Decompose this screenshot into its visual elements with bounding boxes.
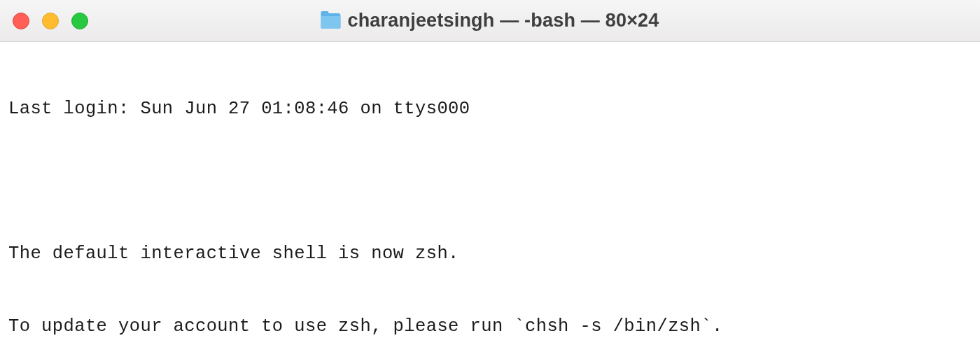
blank-line	[8, 170, 972, 195]
window-title: charanjeetsingh — -bash — 80×24	[347, 10, 659, 31]
minimize-button[interactable]	[42, 13, 59, 29]
line-shell-msg2: To update your account to use zsh, pleas…	[8, 315, 972, 339]
window-title-wrap: charanjeetsingh — -bash — 80×24	[321, 10, 659, 31]
folder-icon	[321, 13, 340, 29]
line-shell-msg1: The default interactive shell is now zsh…	[8, 242, 972, 267]
close-button[interactable]	[13, 13, 29, 29]
line-last-login: Last login: Sun Jun 27 01:08:46 on ttys0…	[8, 97, 972, 122]
maximize-button[interactable]	[71, 13, 88, 29]
window-titlebar: charanjeetsingh — -bash — 80×24	[0, 0, 980, 42]
terminal-output[interactable]: Last login: Sun Jun 27 01:08:46 on ttys0…	[0, 42, 980, 352]
traffic-lights	[13, 13, 88, 29]
